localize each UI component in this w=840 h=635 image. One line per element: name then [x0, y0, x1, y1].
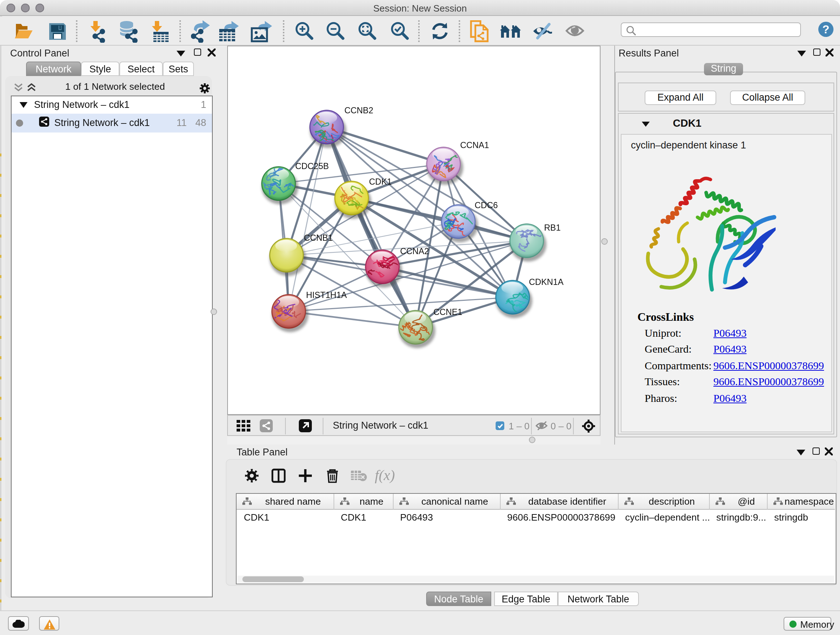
svg-text:CCNB1: CCNB1 — [304, 233, 333, 242]
svg-text:HIST1H1A: HIST1H1A — [306, 290, 347, 300]
svg-text:CDC25B: CDC25B — [295, 162, 329, 171]
svg-text:CDK1: CDK1 — [369, 177, 392, 187]
svg-text:CDC6: CDC6 — [475, 201, 498, 210]
svg-text:CCNE1: CCNE1 — [433, 307, 462, 317]
svg-text:CDKN1A: CDKN1A — [529, 277, 564, 287]
svg-text:CCNA2: CCNA2 — [400, 247, 429, 256]
svg-text:CCNA1: CCNA1 — [460, 141, 489, 150]
svg-text:CCNB2: CCNB2 — [344, 106, 373, 115]
svg-text:RB1: RB1 — [544, 223, 561, 233]
